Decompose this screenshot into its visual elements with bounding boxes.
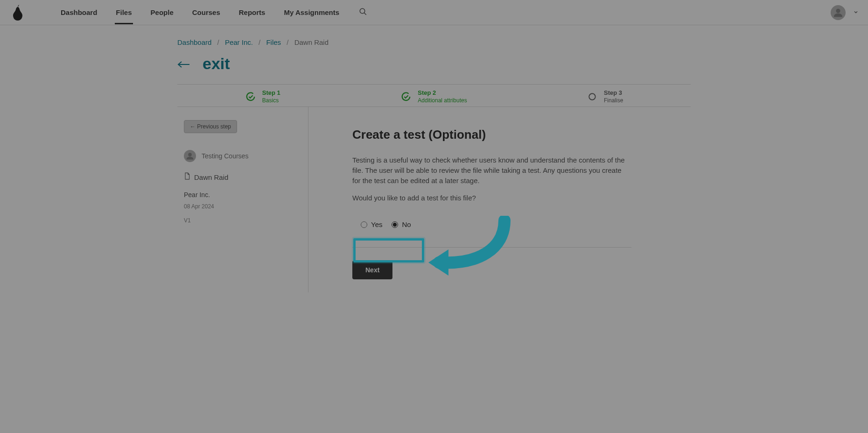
step-1: Step 1 Basics [177, 89, 349, 104]
nav-my-assignments[interactable]: My Assignments [284, 1, 339, 24]
nav-links: Dashboard Files People Courses Reports M… [61, 1, 339, 24]
search-icon[interactable] [359, 7, 367, 18]
user-avatar[interactable] [831, 5, 846, 20]
nav-courses[interactable]: Courses [192, 1, 220, 24]
svg-point-5 [188, 153, 192, 156]
svg-point-0 [360, 8, 365, 14]
crumb-current: Dawn Raid [294, 38, 329, 46]
file-row: Dawn Raid [184, 172, 304, 182]
radio-no-text: No [402, 220, 411, 228]
user-menu-chevron[interactable] [853, 8, 859, 17]
divider [352, 247, 631, 248]
main-panel: Create a test (Optional) Testing is a us… [308, 107, 644, 292]
crumb-sep: / [217, 38, 219, 46]
step-3: Step 3 Finalise [519, 89, 691, 104]
step-todo-icon [587, 92, 597, 102]
step-title: Step 3 [604, 89, 623, 96]
author-name: Testing Courses [202, 152, 248, 160]
top-nav: Dashboard Files People Courses Reports M… [0, 0, 868, 25]
radio-yes-label[interactable]: Yes [361, 220, 382, 228]
step-complete-icon [245, 92, 256, 102]
previous-step-button[interactable]: ← Previous step [184, 120, 237, 133]
crumb-company[interactable]: Pear Inc. [225, 38, 253, 46]
step-sub: Additional attributes [418, 97, 467, 104]
panel-title: Create a test (Optional) [352, 128, 631, 142]
main-container: Dashboard / Pear Inc. / Files / Dawn Rai… [177, 38, 691, 292]
step-complete-icon [401, 92, 411, 102]
nav-files[interactable]: Files [116, 1, 132, 24]
crumb-files[interactable]: Files [266, 38, 281, 46]
step-sub: Finalise [604, 97, 623, 104]
author-avatar-icon [184, 150, 196, 162]
svg-line-1 [364, 13, 366, 15]
crumb-sep: / [287, 38, 288, 46]
file-date: 08 Apr 2024 [184, 203, 304, 210]
back-arrow-icon[interactable] [177, 57, 190, 71]
svg-point-2 [836, 8, 840, 13]
file-name: Dawn Raid [194, 173, 228, 181]
file-version: V1 [184, 217, 304, 224]
radio-yes[interactable] [361, 221, 367, 228]
radio-no[interactable] [392, 221, 398, 228]
nav-right [831, 5, 859, 20]
panel-question: Would you like to add a test for this fi… [352, 194, 631, 202]
pear-logo [12, 5, 23, 21]
radio-no-label[interactable]: No [392, 220, 411, 228]
step-title: Step 2 [418, 89, 467, 96]
author-row: Testing Courses [184, 150, 304, 162]
document-icon [184, 172, 190, 182]
radio-group: Yes No [352, 216, 420, 233]
company-name: Pear Inc. [184, 191, 304, 199]
crumb-dashboard[interactable]: Dashboard [177, 38, 211, 46]
exit-row: exit [177, 55, 691, 73]
breadcrumb: Dashboard / Pear Inc. / Files / Dawn Rai… [177, 38, 691, 46]
nav-reports[interactable]: Reports [239, 1, 266, 24]
sidebar: ← Previous step Testing Courses Dawn Rai… [177, 107, 308, 292]
svg-point-4 [589, 93, 595, 100]
crumb-sep: / [259, 38, 260, 46]
radio-yes-text: Yes [371, 220, 382, 228]
exit-title[interactable]: exit [203, 55, 230, 73]
step-2: Step 2 Additional attributes [349, 89, 520, 104]
stepper: Step 1 Basics Step 2 Additional attribut… [177, 85, 691, 104]
step-title: Step 1 [262, 89, 280, 96]
next-button[interactable]: Next [352, 261, 392, 279]
panel-description: Testing is a useful way to check whether… [352, 155, 631, 185]
body-grid: ← Previous step Testing Courses Dawn Rai… [177, 107, 691, 292]
nav-dashboard[interactable]: Dashboard [61, 1, 97, 24]
step-sub: Basics [262, 97, 280, 104]
nav-people[interactable]: People [151, 1, 174, 24]
